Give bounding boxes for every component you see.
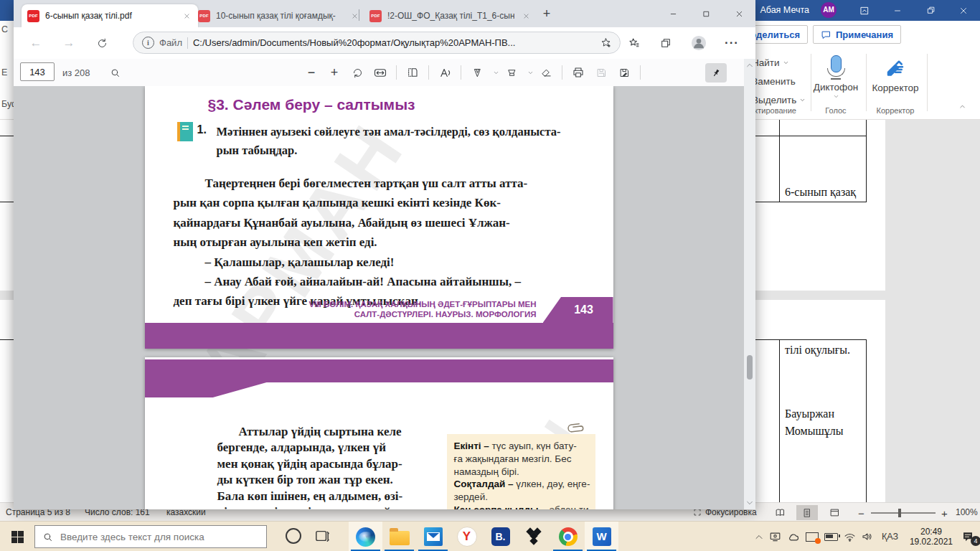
display-notification-icon[interactable] [806,532,819,542]
zoom-slider-track[interactable] [871,512,936,514]
fit-to-width-button[interactable] [371,59,390,86]
task-view-button[interactable] [314,529,330,543]
text-line: рын табыңдар. [217,141,561,160]
forward-button[interactable]: → [60,34,78,52]
taskbar-app-chrome[interactable] [551,522,585,551]
profile-button[interactable] [689,34,708,52]
erase-button[interactable] [537,59,555,86]
save-as-button[interactable] [615,59,633,86]
cast-icon[interactable] [769,532,781,542]
word-profile-avatar[interactable]: АМ [821,2,837,18]
ribbon-collapse-button[interactable] [958,103,966,110]
tray-expand-chevron-icon[interactable] [755,534,763,540]
word-close-button[interactable] [947,0,980,21]
ribbon-select-button[interactable]: Выделить [752,95,806,105]
ribbon-display-options-button[interactable] [848,0,881,21]
footer-line: САЛТ-ДӘСТҮРЛЕРІ. НАУРЫЗ. МОРФОЛОГИЯ [309,309,537,319]
scroll-down-icon[interactable] [746,500,753,506]
ribbon-replace-button[interactable]: Заменить [752,76,796,87]
save-button[interactable] [592,59,611,86]
battery-icon[interactable] [824,533,838,541]
ribbon-find-button[interactable]: Найти [752,57,789,68]
highlight-button[interactable] [502,59,521,86]
toolbar-divider [562,65,562,80]
zoom-in-button[interactable]: + [941,507,948,519]
ribbon-dictate-button[interactable]: Диктофон [813,55,859,100]
ribbon-corrector-button[interactable]: Корректор [870,55,921,93]
vocabulary-line: ға жақындаған мезгіл. Бес [454,453,588,466]
taskbar-search[interactable] [34,525,267,548]
select-label: Выделить [752,95,796,105]
taskbar-app-mail[interactable] [416,522,450,551]
collections-button[interactable] [656,34,675,52]
edge-close-button[interactable] [722,0,755,27]
edge-icon [356,527,375,547]
speaker-icon[interactable] [862,532,873,542]
add-favorite-button[interactable] [600,37,611,48]
clock[interactable]: 20:49 19.02.2021 [907,527,956,547]
taskbar-app-dropbox[interactable] [517,522,551,551]
ribbon-divider [866,54,867,111]
address-url[interactable]: C:/Users/admin/Documents/Новый%20формат/… [193,37,595,48]
draw-options-chevron[interactable] [491,59,501,86]
info-icon[interactable]: i [142,37,154,49]
taskbar-app-edge[interactable] [349,522,382,551]
zoom-level[interactable]: 100% [956,507,978,517]
settings-menu-button[interactable]: ··· [722,34,741,52]
browser-tab[interactable]: PDF !2-ОШ_ФО_Қазақ тілі_Т1_6-сын. [364,4,537,27]
read-aloud-button[interactable] [435,59,454,86]
collections-icon [660,37,672,49]
page-header-band [145,359,613,382]
back-button[interactable]: ← [27,34,45,52]
pdf-viewport[interactable]: АРМАН §3. Сәлем беру – салтымыз 1. Мәтін… [14,86,744,509]
scrollbar-thumb[interactable] [747,355,753,380]
word-restore-button[interactable] [914,0,947,21]
refresh-button[interactable] [93,34,111,52]
comments-button[interactable]: Примечания [813,25,901,44]
print-button[interactable] [569,59,588,86]
toolbar-divider [428,65,429,80]
taskbar-app-yandex[interactable]: Y [450,522,484,551]
zoom-out-button[interactable]: − [302,59,321,86]
rotate-button[interactable] [348,59,367,86]
zoom-out-button[interactable]: − [858,507,864,519]
exercise-number: 1. [197,123,207,136]
browser-tab[interactable]: PDF 10-сынып қазақ тілі қоғамдық- [192,4,366,27]
browser-tab-active[interactable]: PDF 6-сынып қазақ тілі.pdf [22,4,198,27]
pdf-search-button[interactable] [105,64,124,81]
notification-center-button[interactable]: 4 [961,530,976,543]
pdf-scrollbar[interactable] [744,59,755,509]
address-bar[interactable]: i Файл C:/Users/admin/Documents/Новый%20… [133,32,621,54]
pdf-text-line: мен қонақ үйдің арасында бұлар- [217,456,403,472]
onedrive-cloud-icon[interactable] [787,532,800,542]
exercise-text: Мәтіннен ауызекі сөйлеуге тән амал-тәсіл… [217,123,561,160]
new-tab-button[interactable]: + [538,6,555,23]
favorites-button[interactable] [625,34,644,52]
scroll-up-icon[interactable] [746,62,753,68]
search-input[interactable] [59,531,259,543]
taskbar-app-booking[interactable]: B. [484,522,517,551]
toolbar-divider [461,65,461,80]
draw-button[interactable] [468,59,486,86]
taskbar-app-file-explorer[interactable] [382,522,416,551]
word-minimize-button[interactable] [881,0,914,21]
view-read-mode-button[interactable] [769,505,791,520]
highlight-options-chevron[interactable] [525,59,535,86]
zoom-in-button[interactable]: + [325,59,344,86]
zoom-slider-thumb[interactable] [898,509,901,517]
tab-close-button[interactable] [181,10,192,22]
view-print-layout-button[interactable] [796,505,818,520]
page-number-input[interactable] [20,62,55,81]
edge-maximize-button[interactable] [689,0,722,27]
wifi-icon[interactable] [844,532,856,542]
pin-toolbar-button[interactable] [705,63,727,83]
page-view-button[interactable] [403,59,422,86]
tab-close-button[interactable] [520,10,532,22]
view-web-layout-button[interactable] [824,505,845,520]
edge-minimize-button[interactable] [656,0,689,27]
keyboard-language[interactable]: ҚАЗ [879,532,901,542]
start-button[interactable] [0,522,34,551]
cortana-button[interactable] [286,528,301,544]
taskbar-app-word[interactable]: W [585,522,618,551]
refresh-icon [97,38,108,49]
